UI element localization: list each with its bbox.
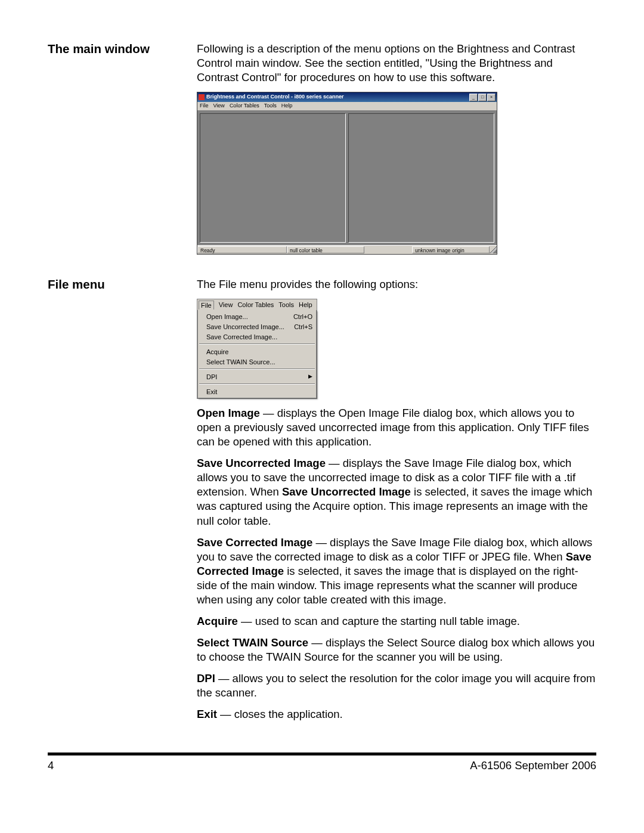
- minimize-button[interactable]: _: [469, 94, 478, 101]
- heading-main-window: The main window: [48, 42, 150, 55]
- menu-view[interactable]: View: [219, 301, 233, 309]
- window-buttons: _ □ ×: [469, 94, 496, 101]
- screenshot-app-window: Brightness and Contrast Control - i800 s…: [197, 92, 497, 255]
- menu-item-save-uncorrected[interactable]: Save Uncorrected Image... Ctrl+S: [198, 321, 316, 332]
- menu-separator: [199, 383, 315, 385]
- statusbar: Ready null color table unknown image ori…: [197, 245, 497, 254]
- menu-item-accel: Ctrl+O: [293, 312, 312, 321]
- file-dropdown: Open Image... Ctrl+O Save Uncorrected Im…: [197, 310, 317, 398]
- doc-id: A-61506 September 2006: [470, 759, 596, 772]
- text: — closes the application.: [217, 708, 343, 720]
- para-main-window-intro: Following is a description of the menu o…: [197, 42, 596, 85]
- status-ready: Ready: [197, 246, 287, 253]
- bold-text: Save Uncorrected Image: [282, 485, 411, 498]
- app-icon: [199, 94, 205, 100]
- menu-item-label: Open Image...: [206, 312, 248, 321]
- window-title: Brightness and Contrast Control - i800 s…: [206, 94, 344, 101]
- menu-item-select-twain[interactable]: Select TWAIN Source...: [198, 357, 316, 367]
- menu-item-label: Select TWAIN Source...: [206, 358, 275, 366]
- text: — used to scan and capture the starting …: [238, 615, 520, 627]
- section-main-window: The main window Following is a descripti…: [48, 42, 596, 259]
- menu-file[interactable]: File: [200, 103, 209, 110]
- para-open-image: Open Image — displays the Open Image Fil…: [197, 406, 596, 449]
- menu-tools[interactable]: Tools: [278, 301, 294, 309]
- status-color-table: null color table: [287, 246, 364, 253]
- menu-item-label: Save Uncorrected Image...: [206, 323, 284, 331]
- submenu-arrow-icon: ▶: [308, 373, 312, 380]
- menu-view[interactable]: View: [213, 103, 225, 110]
- menu-item-open-image[interactable]: Open Image... Ctrl+O: [198, 311, 316, 321]
- menubar: File View Color Tables Tools Help: [197, 102, 497, 111]
- page-footer: 4 A-61506 September 2006: [48, 759, 596, 772]
- para-exit: Exit — closes the application.: [197, 707, 596, 721]
- document-page: The main window Following is a descripti…: [0, 0, 644, 796]
- resize-grip-icon: [490, 246, 497, 253]
- term-select-twain: Select TWAIN Source: [197, 636, 308, 649]
- menu-separator: [199, 343, 315, 345]
- menubar: File View Color Tables Tools Help: [197, 299, 317, 310]
- para-save-uncorrected: Save Uncorrected Image — displays the Sa…: [197, 456, 596, 528]
- maximize-button[interactable]: □: [478, 94, 487, 101]
- term-save-uncorrected: Save Uncorrected Image: [197, 457, 326, 469]
- menu-help[interactable]: Help: [281, 103, 293, 110]
- term-acquire: Acquire: [197, 615, 238, 627]
- menu-item-save-corrected[interactable]: Save Corrected Image...: [198, 332, 316, 342]
- menu-color-tables[interactable]: Color Tables: [230, 103, 259, 110]
- menu-help[interactable]: Help: [299, 301, 312, 309]
- para-file-menu-intro: The File menu provides the following opt…: [197, 277, 596, 292]
- para-save-corrected: Save Corrected Image — displays the Save…: [197, 535, 596, 607]
- page-number: 4: [48, 759, 54, 772]
- menu-item-label: Exit: [206, 388, 217, 396]
- footer-rule: [48, 753, 596, 755]
- menu-item-dpi[interactable]: DPI ▶: [198, 371, 316, 382]
- menu-item-acquire[interactable]: Acquire: [198, 346, 316, 357]
- term-open-image: Open Image: [197, 407, 260, 419]
- term-save-corrected: Save Corrected Image: [197, 536, 312, 549]
- status-image-origin: unknown image origin: [412, 246, 490, 253]
- menu-item-label: Save Corrected Image...: [206, 333, 277, 341]
- close-button[interactable]: ×: [487, 94, 496, 101]
- screenshot-file-menu: File View Color Tables Tools Help Open I…: [197, 299, 317, 399]
- menu-file[interactable]: File: [199, 301, 214, 309]
- para-acquire: Acquire — used to scan and capture the s…: [197, 614, 596, 628]
- text: — allows you to select the resolution fo…: [197, 672, 595, 699]
- menu-item-exit[interactable]: Exit: [198, 386, 316, 397]
- menu-color-tables[interactable]: Color Tables: [237, 301, 274, 309]
- para-dpi: DPI — allows you to select the resolutio…: [197, 671, 596, 700]
- left-image-pane: [200, 113, 346, 243]
- menu-item-label: Acquire: [206, 348, 228, 356]
- term-exit: Exit: [197, 708, 217, 720]
- menu-separator: [199, 368, 315, 370]
- menu-item-accel: Ctrl+S: [294, 323, 312, 331]
- heading-file-menu: File menu: [48, 277, 105, 291]
- client-area: [197, 111, 497, 245]
- section-file-menu: File menu The File menu provides the fol…: [48, 277, 596, 729]
- menu-tools[interactable]: Tools: [264, 103, 277, 110]
- term-dpi: DPI: [197, 672, 215, 685]
- menu-item-label: DPI: [206, 373, 217, 381]
- right-image-pane: [348, 113, 494, 243]
- titlebar: Brightness and Contrast Control - i800 s…: [197, 92, 497, 102]
- para-select-twain: Select TWAIN Source — displays the Selec…: [197, 636, 596, 664]
